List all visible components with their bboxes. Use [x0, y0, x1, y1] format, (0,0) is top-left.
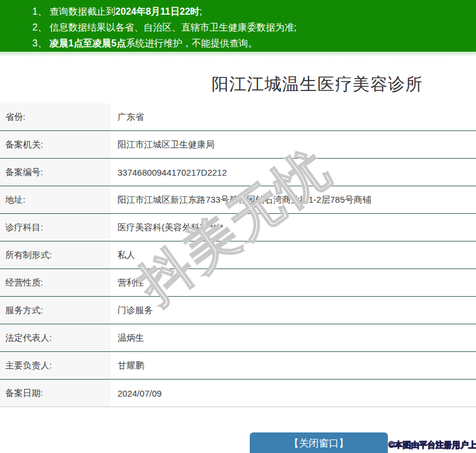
row-value: 私人: [110, 241, 476, 269]
notice-banner-fade: [0, 52, 476, 57]
close-window-button[interactable]: 【关闭窗口】: [250, 432, 388, 453]
notice-line-text: 系统进行维护，不能提供查询。: [126, 38, 257, 48]
row-label: 诊疗科目:: [0, 214, 110, 241]
row-label: 备案机关:: [0, 131, 110, 158]
row-value: 2024/07/09: [110, 380, 476, 407]
row-value: 医疗美容科(美容外科)******: [110, 214, 476, 241]
page-title: 阳江江城温生医疗美容诊所: [159, 73, 476, 95]
table-row: 服务方式:门诊服务: [0, 297, 476, 324]
table-row: 主要负责人:甘耀鹏: [0, 352, 476, 380]
notice-line-number: 1、: [32, 6, 49, 16]
row-label: 备案编号:: [0, 159, 110, 186]
table-row: 地址:阳江市江城区新江东路733号碧桂园钻石湾商业街1-2层785号商铺: [0, 186, 476, 214]
row-label: 法定代表人:: [0, 324, 110, 351]
notice-line: 3、 凌晨1点至凌晨5点系统进行维护，不能提供查询。: [32, 35, 476, 51]
row-label: 地址:: [0, 186, 110, 213]
notice-line-text: 2024年8月11日22时: [115, 6, 199, 16]
notice-line-number: 3、: [32, 38, 49, 48]
table-row: 备案编号:33746800944170217D2212: [0, 159, 476, 186]
row-label: 服务方式:: [0, 297, 110, 324]
row-label: 所有制形式:: [0, 241, 110, 269]
table-row: 省份:广东省: [0, 103, 476, 131]
row-value: 33746800944170217D2212: [110, 159, 476, 186]
table-row: 法定代表人:温炳生: [0, 324, 476, 352]
table-row: 所有制形式:私人: [0, 241, 476, 269]
row-label: 经营性质:: [0, 269, 110, 296]
notice-line-text: ;: [200, 6, 202, 16]
table-row: 诊疗科目:医疗美容科(美容外科)******: [0, 214, 476, 241]
notice-line: 2、 信息数据结果以各省、自治区、直辖市卫生健康委数据为准;: [32, 19, 476, 35]
notice-line-text: 凌晨1点至凌晨5点: [49, 38, 126, 48]
table-row: 备案机关:阳江市江城区卫生健康局: [0, 131, 476, 159]
copyright-watermark: ©本图由平台注册用户上传: [388, 440, 476, 451]
row-value: 阳江市江城区新江东路733号碧桂园钻石湾商业街1-2层785号商铺: [110, 186, 476, 213]
row-value: 甘耀鹏: [110, 352, 476, 379]
row-value: 广东省: [110, 103, 476, 130]
notice-line-text: 查询数据截止到: [49, 6, 115, 16]
row-value: 阳江市江城区卫生健康局: [110, 131, 476, 158]
notice-line-number: 2、: [32, 22, 49, 32]
row-label: 备案日期:: [0, 380, 110, 407]
row-label: 主要负责人:: [0, 352, 110, 379]
notice-banner: 1、 查询数据截止到2024年8月11日22时;2、 信息数据结果以各省、自治区…: [0, 0, 476, 52]
row-value: 门诊服务: [110, 297, 476, 324]
notice-line-text: 信息数据结果以各省、自治区、直辖市卫生健康委数据为准;: [49, 22, 296, 32]
info-table: 省份:广东省备案机关:阳江市江城区卫生健康局备案编号:3374680094417…: [0, 103, 476, 407]
row-value: 温炳生: [110, 324, 476, 351]
notice-line: 1、 查询数据截止到2024年8月11日22时;: [32, 4, 476, 19]
table-row: 备案日期:2024/07/09: [0, 380, 476, 407]
row-label: 省份:: [0, 103, 110, 130]
table-row: 经营性质:营利性: [0, 269, 476, 297]
row-value: 营利性: [110, 269, 476, 296]
